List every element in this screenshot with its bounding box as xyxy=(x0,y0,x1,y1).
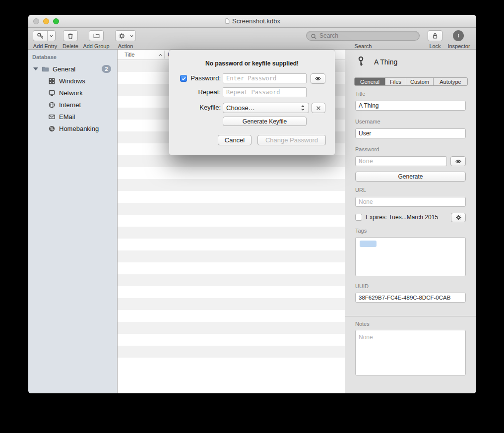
key-icon xyxy=(33,32,47,40)
repeat-password-input[interactable] xyxy=(223,87,307,97)
toolbar: Add Entry Delete Add Group Action Search xyxy=(28,28,476,50)
app-window: Screenshot.kdbx Add Entry Delete Add Gro… xyxy=(28,15,476,393)
sidebar-header: Database xyxy=(32,54,57,60)
clear-keyfile-button[interactable] xyxy=(312,103,325,113)
sidebar-item-homebanking[interactable]: Homebanking xyxy=(28,123,117,134)
gear-icon xyxy=(116,32,128,40)
sidebar: Database General 2 Windows Network xyxy=(28,50,118,393)
sidebar-item-internet[interactable]: Internet xyxy=(28,99,117,110)
search-icon xyxy=(311,33,317,42)
delete-label: Delete xyxy=(61,43,80,49)
title-input[interactable] xyxy=(355,101,466,111)
gear-icon xyxy=(455,214,462,221)
mail-icon xyxy=(48,113,56,121)
expires-label: Expires: Tues...March 2015 xyxy=(366,214,438,221)
password-label: Password xyxy=(355,146,379,152)
column-divider[interactable] xyxy=(164,51,165,59)
lock-label: Lock xyxy=(425,43,445,49)
expires-settings-button[interactable] xyxy=(451,213,466,222)
inspector-panel: A Thing General Files Custom Autotype Ti… xyxy=(345,50,476,393)
window-title-text: Screenshot.kdbx xyxy=(232,17,280,25)
delete-button[interactable] xyxy=(63,30,78,41)
sidebar-item-label: Windows xyxy=(59,77,85,85)
cancel-button[interactable]: Cancel xyxy=(218,135,252,145)
show-password-button[interactable] xyxy=(450,156,466,166)
folder-icon xyxy=(93,32,100,39)
column-header-title[interactable]: Title xyxy=(125,52,134,58)
search-label: Search xyxy=(346,43,380,49)
url-input[interactable] xyxy=(355,197,466,207)
password-label: Password: xyxy=(184,73,221,83)
notes-divider xyxy=(345,316,476,316)
generate-keyfile-button[interactable]: Generate Keyfile xyxy=(223,117,307,126)
action-button[interactable] xyxy=(115,30,136,41)
sidebar-item-label: EMail xyxy=(59,113,75,121)
tags-label: Tags xyxy=(355,228,367,234)
group-count-badge: 2 xyxy=(102,65,111,73)
sidebar-item-email[interactable]: EMail xyxy=(28,111,117,122)
url-label: URL xyxy=(355,187,366,193)
inspector-tabs: General Files Custom Autotype xyxy=(354,77,468,86)
tab-general[interactable]: General xyxy=(355,78,385,85)
percent-icon xyxy=(48,125,56,132)
username-label: Username xyxy=(355,119,380,124)
uuid-input[interactable] xyxy=(355,293,466,303)
sidebar-item-windows[interactable]: Windows xyxy=(28,75,117,86)
uuid-label: UUID xyxy=(355,283,369,289)
key-icon xyxy=(355,56,367,69)
notes-textarea[interactable]: None xyxy=(355,330,466,375)
password-input[interactable] xyxy=(223,73,307,83)
search-field[interactable] xyxy=(306,31,420,41)
sidebar-group-general[interactable]: General 2 xyxy=(28,63,117,74)
lock-icon xyxy=(432,32,439,40)
action-label: Action xyxy=(114,43,137,49)
document-icon xyxy=(224,18,230,24)
tags-box[interactable] xyxy=(355,237,466,276)
disclosure-triangle-icon[interactable] xyxy=(33,67,38,70)
sidebar-item-network[interactable]: Network xyxy=(28,87,117,98)
tab-files[interactable]: Files xyxy=(385,78,406,85)
tag-pill[interactable] xyxy=(360,241,377,247)
inspector-button[interactable] xyxy=(453,30,464,41)
keyfile-popup-button[interactable]: Choose… xyxy=(223,103,309,113)
sidebar-item-label: Internet xyxy=(59,101,81,109)
entry-title: A Thing xyxy=(374,58,397,66)
tab-autotype[interactable]: Autotype xyxy=(434,78,467,85)
sidebar-item-label: Network xyxy=(59,89,83,97)
search-input[interactable] xyxy=(319,32,414,40)
username-input[interactable] xyxy=(355,128,466,138)
dialog-message: No password or keyfile supplied! xyxy=(169,60,335,67)
folder-icon xyxy=(41,65,50,73)
expires-checkbox[interactable] xyxy=(355,214,362,221)
password-input[interactable] xyxy=(355,156,447,166)
notes-placeholder: None xyxy=(359,334,373,341)
keyfile-popup-value: Choose… xyxy=(226,104,255,112)
eye-icon xyxy=(454,158,462,165)
notes-label: Notes xyxy=(355,321,370,327)
lock-button[interactable] xyxy=(428,30,442,41)
windows-icon xyxy=(48,77,56,85)
add-entry-button[interactable] xyxy=(33,30,56,41)
sidebar-item-label: Homebanking xyxy=(59,125,99,132)
info-icon xyxy=(453,30,464,41)
inspector-label: Inspector xyxy=(445,43,473,49)
up-down-chevrons-icon xyxy=(300,104,306,112)
add-entry-label: Add Entry xyxy=(30,43,60,49)
sidebar-group-label: General xyxy=(53,65,75,73)
network-icon xyxy=(48,89,56,97)
close-icon xyxy=(315,105,321,111)
trash-icon xyxy=(67,32,74,40)
title-label: Title xyxy=(355,91,365,97)
chevron-down-icon xyxy=(128,31,135,41)
eye-icon xyxy=(314,75,322,82)
window-title: Screenshot.kdbx xyxy=(28,17,476,25)
title-bar: Screenshot.kdbx xyxy=(28,15,476,28)
repeat-label: Repeat: xyxy=(184,87,221,97)
chevron-down-icon[interactable] xyxy=(47,31,55,41)
tab-custom[interactable]: Custom xyxy=(406,78,434,85)
add-group-button[interactable] xyxy=(89,30,104,41)
keyfile-label: Keyfile: xyxy=(184,103,221,113)
show-password-button[interactable] xyxy=(311,73,325,84)
generate-password-button[interactable]: Generate xyxy=(355,172,466,182)
change-password-button[interactable]: Change Password xyxy=(257,135,326,145)
